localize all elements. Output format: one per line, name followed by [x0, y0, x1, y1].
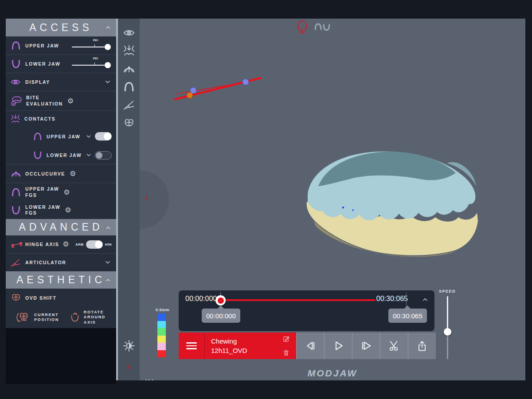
head-icon[interactable] — [296, 20, 308, 35]
section-header-access[interactable]: ACCESS — [6, 19, 116, 36]
contacts-upper-toggle[interactable] — [95, 132, 112, 141]
contacts-lower-jaw-row[interactable]: LOWER JAW — [6, 146, 116, 164]
contacts-lower-label: LOWER JAW — [47, 153, 82, 158]
gear-icon[interactable]: ⚙ — [63, 241, 69, 248]
logo-text: MODJAW — [308, 368, 358, 378]
edit-icon[interactable] — [282, 335, 290, 343]
scale-segment — [157, 328, 166, 336]
chevron-down-icon[interactable] — [85, 133, 92, 140]
sidebar-empty-panel — [6, 328, 116, 384]
scale-segment — [157, 321, 166, 329]
occlucurve-icon[interactable] — [122, 62, 136, 76]
play-button[interactable] — [324, 332, 352, 359]
dental-model[interactable] — [301, 145, 483, 257]
sidebar-item-lower-jaw-fgs[interactable]: LOWER JAW FGS ⚙ — [6, 201, 116, 219]
rotate-around-axis-line2: AXIS — [84, 320, 96, 325]
current-position-line2: POSITION — [34, 317, 59, 322]
speed-knob[interactable] — [444, 328, 451, 336]
contacts-icon[interactable] — [122, 43, 136, 57]
chevron-up-icon[interactable] — [421, 296, 429, 304]
ini-label: INI — [93, 38, 98, 42]
chevron-down-icon[interactable] — [104, 78, 112, 86]
contact-dot — [352, 209, 354, 211]
sidebar-item-bite-evaluation[interactable]: BITE EVALUATION ⚙ — [6, 91, 116, 110]
section-header-advanced[interactable]: ADVANCED — [6, 219, 116, 235]
collapse-left-icon[interactable] — [143, 194, 151, 202]
clip-title-area[interactable]: Chewing 12h11_OVD — [205, 332, 296, 359]
timeline-track[interactable] — [221, 299, 376, 301]
scale-segment — [157, 350, 166, 358]
occlucurve-icon — [10, 168, 22, 180]
viewport-3d[interactable]: 0.5mm 00:00:000 00:30:065 00:00:000 00:3… — [140, 19, 525, 380]
hinge-axis-icon — [10, 239, 23, 249]
gear-icon[interactable]: ⚙ — [65, 207, 71, 214]
step-back-button[interactable] — [296, 332, 324, 359]
hamburger-icon — [186, 340, 197, 351]
chevron-down-icon[interactable] — [104, 258, 112, 266]
modjaw-logo: MODJAW — [140, 368, 525, 380]
trash-icon[interactable] — [282, 349, 290, 356]
ovd-shift-label: OVD SHIFT — [25, 295, 56, 301]
condyle-point-orange — [187, 92, 193, 98]
access-header-label: ACCESS — [29, 22, 93, 34]
display-label: DISPLAY — [25, 79, 50, 85]
lower-fgs-line1: LOWER JAW — [25, 204, 60, 210]
aesthetic-header-label: AESTHETIC — [16, 274, 106, 286]
ovd-teeth-icon[interactable] — [122, 116, 136, 130]
speed-label: SPEED — [438, 289, 457, 293]
sidebar-item-display[interactable]: DISPLAY — [6, 73, 116, 91]
hinge-axis-toggle[interactable] — [86, 240, 103, 249]
contacts-label: CONTACTS — [24, 116, 55, 121]
condyle-point-blue-left — [190, 87, 196, 94]
contacts-upper-jaw-row[interactable]: UPPER JAW — [6, 126, 116, 146]
rotate-around-axis-icon[interactable] — [69, 311, 81, 324]
sidebar-item-articulator[interactable]: ARTICULATOR — [6, 253, 116, 271]
upper-lower-jaws-icon[interactable] — [313, 21, 332, 33]
clip-name-line1: Chewing — [211, 337, 237, 345]
sidebar-item-upper-jaw[interactable]: UPPER JAW INI — [6, 36, 116, 55]
chevron-up-icon — [105, 277, 112, 284]
timeline-playhead[interactable] — [215, 295, 226, 305]
sidebar-item-occlucurve[interactable]: OCCLUCURVE ⚙ — [6, 164, 116, 183]
sidebar-item-lower-jaw[interactable]: LOWER JAW INI — [6, 55, 116, 73]
step-forward-button[interactable] — [352, 332, 380, 359]
eye-icon[interactable] — [122, 26, 136, 39]
cut-button[interactable] — [380, 332, 408, 359]
depth-scale: 0.5mm — [156, 308, 167, 357]
clip-name-line2: 12h11_OVD — [211, 347, 247, 354]
chevron-down-icon[interactable] — [85, 152, 92, 159]
gear-icon[interactable]: ⚙ — [63, 189, 70, 196]
scale-segment — [157, 313, 166, 321]
hin-label: HIN — [105, 243, 112, 246]
sidebar-item-hinge-axis[interactable]: HINGE AXIS ⚙ ARB HIN — [6, 235, 116, 253]
chevron-up-icon — [105, 24, 112, 31]
upper-jaw-icon[interactable] — [122, 80, 136, 94]
speed-slider: SPEED — [438, 289, 457, 293]
current-position-icon[interactable] — [16, 310, 31, 325]
section-header-aesthetic[interactable]: AESTHETIC — [6, 271, 116, 289]
export-button[interactable] — [408, 332, 436, 359]
brightness-icon[interactable] — [122, 339, 136, 352]
sidebar-item-ovd-shift[interactable]: OVD SHIFT — [6, 289, 116, 307]
timeline-end-time: 00:30:065 — [376, 295, 408, 303]
sidebar: ACCESS UPPER JAW INI LOWER JAW INI DISPL… — [6, 19, 116, 380]
contacts-lower-toggle[interactable] — [95, 151, 112, 160]
collapse-left-icon[interactable] — [122, 360, 136, 374]
logo-glyph-icon — [143, 379, 155, 380]
bite-label-line1: BITE — [26, 95, 39, 100]
slider-knob[interactable] — [105, 62, 111, 68]
upper-jaw-opacity-slider[interactable]: INI — [72, 40, 111, 51]
slider-knob[interactable] — [105, 44, 111, 50]
gear-icon[interactable]: ⚙ — [70, 170, 76, 177]
timeline-panel: 00:00:000 00:30:065 00:00:000 00:30:065 — [179, 290, 434, 331]
end-time-tooltip: 00:30:065 — [388, 309, 427, 323]
articulator-icon[interactable] — [122, 98, 136, 111]
gear-icon[interactable]: ⚙ — [67, 98, 74, 105]
lower-jaw-opacity-slider[interactable]: INI — [72, 58, 111, 70]
advanced-header-label: ADVANCED — [19, 221, 103, 233]
upper-jaw-icon — [10, 40, 22, 51]
clip-menu-button[interactable] — [179, 332, 205, 359]
condyle-point-blue-right — [243, 79, 249, 85]
sidebar-item-contacts[interactable]: CONTACTS — [6, 110, 116, 126]
sidebar-item-upper-jaw-fgs[interactable]: UPPER JAW FGS ⚙ — [6, 183, 116, 201]
